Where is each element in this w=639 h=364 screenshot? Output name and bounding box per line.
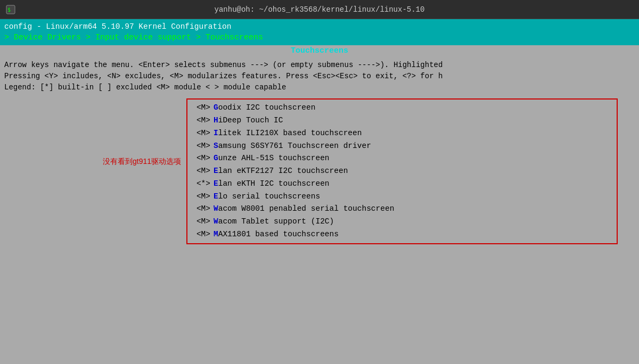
menu-box: ^(-) <M>Goodix I2C touchscreen<M>HiDeep … bbox=[186, 98, 639, 362]
touchscreen-menu-list: <M>Goodix I2C touchscreen<M>HiDeep Touch… bbox=[186, 98, 618, 244]
list-item[interactable]: <M>Gunze AHL-51S touchscreen bbox=[187, 152, 617, 165]
header-bar: config - Linux/arm64 5.10.97 Kernel Conf… bbox=[0, 19, 639, 45]
left-annotation: 没有看到gt911驱动选项 bbox=[0, 98, 186, 362]
list-item[interactable]: <M>Elo serial touchscreens bbox=[187, 191, 617, 203]
list-item[interactable]: <M>Wacom Tablet support (I2C) bbox=[187, 216, 617, 228]
title-bar: $ yanhu@oh: ~/ohos_rk3568/kernel/linux/l… bbox=[0, 0, 639, 19]
list-item[interactable]: <M>Samsung S6SY761 Touchscreen driver bbox=[187, 140, 617, 153]
page-title: Touchscreens bbox=[291, 46, 348, 55]
breadcrumb: > Device Drivers > Input device support … bbox=[4, 32, 635, 43]
menu-area: 没有看到gt911驱动选项 ^(-) <M>Goodix I2C touchsc… bbox=[0, 96, 639, 364]
svg-text:$: $ bbox=[7, 7, 11, 13]
annotation-text: 没有看到gt911驱动选项 bbox=[103, 157, 181, 167]
list-item[interactable]: <*>Elan eKTH I2C touchscreen bbox=[187, 178, 617, 191]
list-item[interactable]: <M>Wacom W8001 penabled serial touchscre… bbox=[187, 203, 617, 216]
main-content: config - Linux/arm64 5.10.97 Kernel Conf… bbox=[0, 19, 639, 364]
info-section: Arrow keys navigate the menu. <Enter> se… bbox=[0, 56, 639, 96]
info-line-1: Arrow keys navigate the menu. <Enter> se… bbox=[4, 60, 635, 71]
list-item[interactable]: <M>MAX11801 based touchscreens bbox=[187, 228, 617, 241]
list-item[interactable]: <M>Ilitek ILI210X based touchscreen bbox=[187, 127, 617, 140]
window-title: yanhu@oh: ~/ohos_rk3568/kernel/linux/lin… bbox=[215, 5, 425, 14]
list-item[interactable]: <M>Goodix I2C touchscreen bbox=[187, 102, 617, 114]
info-line-3: Legend: [*] built-in [ ] excluded <M> mo… bbox=[4, 82, 635, 93]
config-line: config - Linux/arm64 5.10.97 Kernel Conf… bbox=[4, 21, 635, 32]
list-item[interactable]: <M>Elan eKTF2127 I2C touchscreen bbox=[187, 165, 617, 178]
info-line-2: Pressing <Y> includes, <N> excludes, <M>… bbox=[4, 71, 635, 82]
terminal-icon: $ bbox=[5, 4, 16, 15]
list-item[interactable]: <M>HiDeep Touch IC bbox=[187, 114, 617, 127]
